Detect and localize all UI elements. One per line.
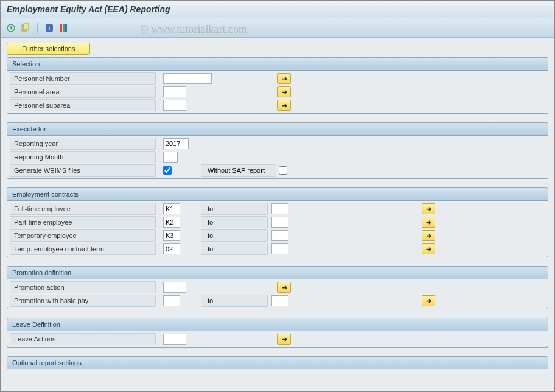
personnel-subarea-multiselect-button[interactable]: ➜ [278, 100, 291, 111]
execute-header: Execute for: [7, 122, 548, 136]
arrow-right-icon: ➜ [426, 245, 431, 253]
temporary-to-input[interactable] [271, 230, 288, 241]
personnel-subarea-label: Personnel subarea [10, 99, 156, 111]
reporting-year-input[interactable] [163, 138, 189, 149]
parttime-from-input[interactable] [163, 217, 180, 228]
svg-rect-7 [65, 24, 67, 32]
leave-actions-label: Leave Actions [10, 333, 156, 345]
fulltime-label: Full-time employee [10, 203, 156, 215]
temp-term-to-input[interactable] [271, 243, 288, 254]
temp-term-multiselect-button[interactable]: ➜ [422, 243, 435, 254]
fulltime-from-input[interactable] [163, 203, 180, 214]
page-title: Employment Equity Act (EEA) Reporting [1, 1, 554, 18]
personnel-area-label: Personnel area [10, 86, 156, 98]
optional-panel: Optional report settings [7, 356, 548, 369]
to-label: to [201, 216, 268, 228]
leave-header: Leave Definition [7, 318, 548, 331]
parttime-to-input[interactable] [271, 217, 288, 228]
arrow-right-icon: ➜ [426, 297, 431, 305]
further-selections-button[interactable]: Further selections [7, 43, 90, 55]
svg-text:i: i [49, 25, 51, 32]
optional-header: Optional report settings [7, 356, 548, 369]
promotion-action-multiselect-button[interactable]: ➜ [278, 282, 291, 293]
to-label: to [201, 229, 268, 242]
leave-actions-multiselect-button[interactable]: ➜ [278, 334, 291, 345]
arrow-right-icon: ➜ [282, 88, 287, 96]
personnel-number-multiselect-button[interactable]: ➜ [278, 73, 291, 84]
promotion-basicpay-from-input[interactable] [163, 295, 180, 306]
toolbar-separator [37, 23, 38, 33]
fulltime-multiselect-button[interactable]: ➜ [422, 203, 435, 214]
content-area: Further selections Selection Personnel N… [1, 38, 554, 374]
temporary-multiselect-button[interactable]: ➜ [422, 230, 435, 241]
toolbar: i [1, 18, 554, 38]
promotion-panel: Promotion definition Promotion action ➜ … [7, 266, 548, 309]
promotion-basicpay-to-input[interactable] [271, 295, 288, 306]
execute-panel: Execute for: Reporting year Reporting Mo… [7, 122, 548, 179]
to-label: to [201, 203, 268, 215]
arrow-right-icon: ➜ [282, 284, 287, 292]
reporting-month-label: Reporting Month [10, 151, 156, 163]
promotion-action-label: Promotion action [10, 281, 156, 293]
promotion-action-input[interactable] [163, 282, 186, 293]
arrow-right-icon: ➜ [426, 205, 431, 213]
svg-rect-6 [63, 24, 65, 32]
variant-icon[interactable] [20, 23, 31, 33]
contracts-header: Employment contracts [7, 187, 548, 201]
svg-rect-5 [60, 24, 62, 32]
leave-actions-input[interactable] [163, 334, 186, 345]
personnel-number-input[interactable] [163, 73, 212, 84]
personnel-area-input[interactable] [163, 86, 186, 97]
arrow-right-icon: ➜ [426, 219, 431, 226]
generate-weims-label: Generate WEIMS files [10, 164, 156, 177]
execute-icon[interactable] [5, 23, 16, 33]
personnel-area-multiselect-button[interactable]: ➜ [278, 86, 291, 97]
arrow-right-icon: ➜ [282, 335, 287, 343]
selection-header: Selection [7, 57, 548, 71]
fulltime-to-input[interactable] [271, 203, 288, 214]
contracts-panel: Employment contracts Full-time employee … [7, 187, 548, 257]
to-label: to [201, 295, 268, 307]
temp-term-label: Temp. employee contract term [10, 243, 156, 255]
generate-weims-checkbox[interactable] [163, 166, 172, 175]
arrow-right-icon: ➜ [282, 102, 287, 110]
leave-panel: Leave Definition Leave Actions ➜ [7, 318, 548, 348]
personnel-number-label: Personnel Number [10, 72, 156, 85]
promotion-basicpay-label: Promotion with basic pay [10, 295, 156, 307]
reporting-year-label: Reporting year [10, 138, 156, 150]
arrow-right-icon: ➜ [426, 232, 431, 240]
promotion-header: Promotion definition [7, 266, 548, 279]
to-label: to [201, 243, 268, 255]
temporary-label: Temporary employee [10, 229, 156, 242]
without-sap-label: Without SAP report [201, 164, 276, 177]
color-bars-icon[interactable] [58, 23, 69, 33]
promotion-basicpay-multiselect-button[interactable]: ➜ [422, 295, 435, 306]
svg-rect-2 [24, 24, 29, 30]
without-sap-checkbox[interactable] [279, 166, 287, 175]
temp-term-from-input[interactable] [163, 243, 180, 254]
arrow-right-icon: ➜ [282, 75, 287, 83]
selection-panel: Selection Personnel Number ➜ Personnel a… [7, 57, 548, 114]
parttime-label: Part-time employee [10, 216, 156, 228]
info-icon[interactable]: i [44, 23, 55, 33]
parttime-multiselect-button[interactable]: ➜ [422, 217, 435, 228]
reporting-month-input[interactable] [163, 152, 178, 163]
personnel-subarea-input[interactable] [163, 100, 186, 111]
temporary-from-input[interactable] [163, 230, 180, 241]
